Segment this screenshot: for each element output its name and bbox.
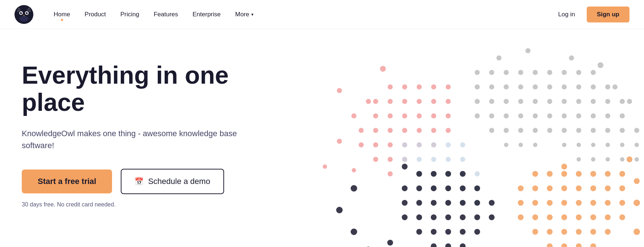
svg-point-152 xyxy=(416,171,422,177)
svg-point-53 xyxy=(417,142,422,147)
nav-product-link[interactable]: Product xyxy=(79,8,112,21)
svg-point-94 xyxy=(547,84,552,89)
svg-point-125 xyxy=(547,128,552,133)
svg-point-170 xyxy=(416,214,422,220)
svg-point-227 xyxy=(590,229,596,235)
svg-point-132 xyxy=(504,143,508,147)
svg-point-15 xyxy=(337,139,342,144)
svg-point-107 xyxy=(591,99,596,104)
svg-point-58 xyxy=(417,157,422,162)
svg-point-154 xyxy=(445,171,451,177)
nav-enterprise-link[interactable]: Enterprise xyxy=(187,8,226,21)
svg-point-36 xyxy=(373,128,378,133)
svg-point-136 xyxy=(577,143,581,147)
svg-point-5 xyxy=(21,12,22,13)
svg-point-86 xyxy=(562,70,567,75)
svg-point-183 xyxy=(460,243,466,247)
signup-button[interactable]: Sign up xyxy=(587,7,629,22)
logo[interactable] xyxy=(15,5,33,24)
svg-point-217 xyxy=(547,214,553,220)
svg-point-118 xyxy=(591,113,596,118)
svg-point-61 xyxy=(460,157,465,162)
svg-point-96 xyxy=(576,84,581,89)
svg-point-149 xyxy=(351,229,357,235)
svg-point-168 xyxy=(489,200,495,206)
svg-point-112 xyxy=(504,113,509,118)
hero-buttons: Start a free trial 📅 Schedule a demo xyxy=(22,169,276,194)
svg-point-135 xyxy=(562,143,566,147)
free-trial-button[interactable]: Start a free trial xyxy=(22,169,112,193)
login-button[interactable]: Log in xyxy=(552,8,581,21)
svg-point-16 xyxy=(323,164,327,169)
svg-point-87 xyxy=(576,70,581,75)
svg-point-187 xyxy=(634,178,640,184)
hero-subtitle: KnowledgeOwl makes one thing - awesome k… xyxy=(22,127,239,151)
svg-point-114 xyxy=(533,113,538,118)
svg-point-229 xyxy=(547,243,553,247)
svg-point-211 xyxy=(576,200,582,206)
hero-section: Everything in one place KnowledgeOwl mak… xyxy=(0,29,644,247)
svg-point-143 xyxy=(606,157,610,162)
svg-point-206 xyxy=(619,185,625,191)
svg-point-195 xyxy=(576,171,582,177)
nav-more-link[interactable]: More ▾ xyxy=(230,8,260,21)
svg-point-102 xyxy=(518,99,523,104)
svg-point-127 xyxy=(576,128,581,133)
svg-point-3 xyxy=(20,12,22,14)
svg-point-185 xyxy=(561,164,567,169)
svg-point-221 xyxy=(605,214,611,220)
svg-point-80 xyxy=(475,70,480,75)
svg-point-197 xyxy=(605,171,611,177)
svg-point-224 xyxy=(547,229,553,235)
nav-item-home[interactable]: Home xyxy=(48,11,76,18)
svg-point-131 xyxy=(634,128,639,133)
svg-point-198 xyxy=(619,171,625,177)
svg-point-52 xyxy=(402,142,407,147)
svg-point-134 xyxy=(533,143,537,147)
svg-point-48 xyxy=(373,157,378,162)
svg-point-89 xyxy=(475,84,480,89)
gray-dots-group xyxy=(475,48,639,162)
svg-point-22 xyxy=(446,84,451,89)
svg-point-160 xyxy=(460,185,466,191)
decorative-dots xyxy=(318,29,644,247)
svg-point-14 xyxy=(351,113,356,118)
calendar-icon: 📅 xyxy=(135,177,144,186)
svg-point-129 xyxy=(605,128,610,133)
svg-point-159 xyxy=(445,185,451,191)
svg-point-232 xyxy=(590,243,596,247)
svg-point-196 xyxy=(590,171,596,177)
navy-dots-group xyxy=(336,164,495,247)
svg-point-182 xyxy=(445,243,451,247)
svg-point-79 xyxy=(627,99,632,104)
nav-features-link[interactable]: Features xyxy=(148,8,184,21)
svg-point-139 xyxy=(620,143,624,147)
svg-point-177 xyxy=(431,229,437,235)
svg-point-142 xyxy=(591,157,595,162)
svg-point-226 xyxy=(576,229,582,235)
svg-point-34 xyxy=(446,113,451,118)
svg-point-207 xyxy=(518,200,524,206)
svg-point-20 xyxy=(417,84,422,89)
svg-point-104 xyxy=(547,99,552,104)
svg-point-18 xyxy=(388,84,393,89)
nav-pricing-link[interactable]: Pricing xyxy=(115,8,145,21)
svg-point-231 xyxy=(576,243,582,247)
svg-point-42 xyxy=(359,142,364,147)
svg-point-230 xyxy=(561,243,567,247)
svg-point-201 xyxy=(547,185,553,191)
trial-note: 30 days free. No credit card needed. xyxy=(22,201,276,208)
svg-point-166 xyxy=(460,200,466,206)
svg-point-11 xyxy=(380,66,386,72)
svg-point-175 xyxy=(489,214,495,220)
svg-point-216 xyxy=(532,214,538,220)
svg-point-33 xyxy=(431,113,436,118)
svg-point-153 xyxy=(431,171,437,177)
svg-point-54 xyxy=(431,142,436,147)
svg-point-90 xyxy=(489,84,494,89)
svg-point-93 xyxy=(533,84,538,89)
svg-point-212 xyxy=(590,200,596,206)
svg-point-59 xyxy=(431,157,436,162)
schedule-demo-button[interactable]: 📅 Schedule a demo xyxy=(121,169,224,194)
svg-point-222 xyxy=(619,214,625,220)
